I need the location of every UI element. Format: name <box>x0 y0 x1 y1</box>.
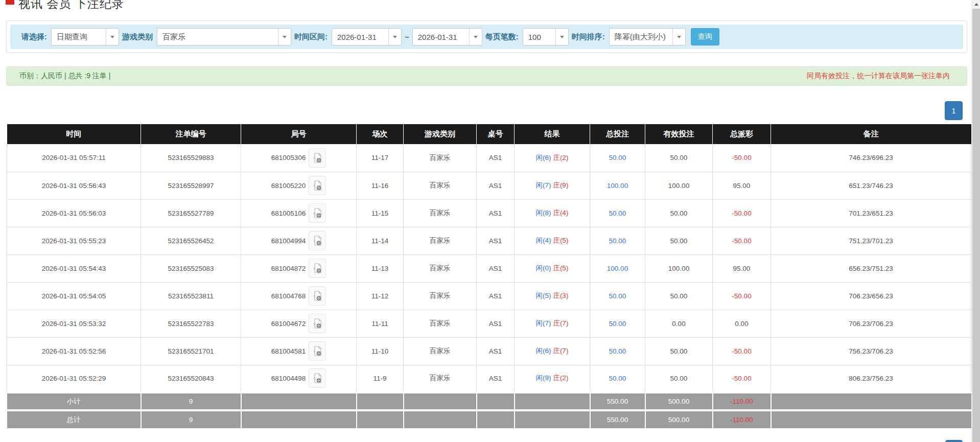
time-sort-label: 时间排序: <box>572 32 605 42</box>
cell-bet-id: 523165521701 <box>141 337 241 365</box>
game-category-select[interactable]: 百家乐 <box>157 28 291 45</box>
page-title: 视讯 会员 下注纪录 <box>18 0 124 12</box>
total-count: 9 <box>141 410 241 428</box>
cell-game: 百家乐 <box>404 310 477 337</box>
header-payout: 总派彩 <box>713 124 771 144</box>
video-file-icon <box>312 180 322 191</box>
chevron-down-icon[interactable] <box>388 29 401 45</box>
banker-result: 庄(5) <box>553 237 568 244</box>
scrollbar-thumb[interactable] <box>972 9 980 442</box>
cell-time: 2026-01-31 05:56:03 <box>7 199 141 227</box>
cell-table: AS1 <box>477 172 515 199</box>
cell-round: 681004994 <box>241 227 357 254</box>
subtotal-total-bet: 550.00 <box>590 392 645 410</box>
subtotal-valid-bet: 500.00 <box>645 392 713 410</box>
video-replay-button[interactable] <box>309 148 326 168</box>
chevron-down-icon[interactable] <box>555 29 568 45</box>
cell-valid-bet: 50.00 <box>645 199 713 227</box>
cell-note: 651.23/746.23 <box>771 172 971 199</box>
cell-total-bet: 50.00 <box>590 227 645 254</box>
query-type-select[interactable]: 日期查询 <box>51 28 119 45</box>
cell-valid-bet: 50.00 <box>645 365 713 392</box>
video-file-icon <box>312 207 322 219</box>
cell-table: AS1 <box>477 337 515 365</box>
cell-valid-bet: 50.00 <box>645 282 713 310</box>
table-row: 2026-01-31 05:52:29 523165520843 6810044… <box>7 365 971 392</box>
total-label: 总计 <box>7 410 141 428</box>
cell-payout: -50.00 <box>713 199 771 227</box>
cell-table: AS1 <box>477 310 515 337</box>
player-result: 闲(7) <box>536 181 551 189</box>
summary-bar: 币别：人民币 | 总共 :9 注单 | 同局有效投注，统一计算在该局第一张注单内 <box>6 66 967 86</box>
cell-total-bet: 50.00 <box>590 310 645 337</box>
scroll-up-icon[interactable] <box>972 0 980 9</box>
video-replay-button[interactable] <box>309 176 326 195</box>
total-payout: -110.00 <box>713 410 771 428</box>
player-result: 闲(0) <box>536 264 551 272</box>
cell-result: 闲(7) 庄(7) <box>515 310 590 337</box>
video-file-icon <box>312 290 322 301</box>
cell-result: 闲(9) 庄(2) <box>515 365 590 392</box>
range-separator: ~ <box>405 33 409 41</box>
cell-game: 百家乐 <box>404 144 477 172</box>
total-valid-bet: 500.00 <box>645 410 713 428</box>
page-number-button[interactable]: 1 <box>945 101 963 120</box>
cell-session: 11-17 <box>357 144 404 172</box>
video-file-icon <box>312 263 322 274</box>
video-replay-button[interactable] <box>309 368 326 388</box>
cell-time: 2026-01-31 05:57:11 <box>7 144 141 172</box>
query-type-value: 日期查询 <box>52 29 106 45</box>
page-number-button-bottom[interactable] <box>945 440 963 442</box>
video-file-icon <box>312 235 322 246</box>
cell-table: AS1 <box>477 199 515 227</box>
round-number: 681004498 <box>271 375 306 382</box>
cell-time: 2026-01-31 05:54:05 <box>7 282 141 310</box>
table-row: 2026-01-31 05:53:32 523165522783 6810046… <box>7 310 971 337</box>
cell-round: 681004872 <box>241 254 357 282</box>
video-replay-button[interactable] <box>309 259 326 278</box>
player-result: 闲(9) <box>536 374 551 382</box>
round-number: 681004994 <box>271 237 306 245</box>
cell-game: 百家乐 <box>404 337 477 365</box>
page-size-select[interactable]: 100 <box>523 28 569 45</box>
page-size-label: 每页笔数: <box>485 32 519 42</box>
cell-valid-bet: 100.00 <box>645 254 713 282</box>
chevron-down-icon[interactable] <box>278 29 291 45</box>
video-replay-button[interactable] <box>309 341 326 361</box>
video-replay-button[interactable] <box>309 286 326 306</box>
cell-time: 2026-01-31 05:56:43 <box>7 172 141 199</box>
subtotal-count: 9 <box>141 392 241 410</box>
table-row: 2026-01-31 05:52:56 523165521701 6810045… <box>7 337 971 365</box>
search-button[interactable]: 查询 <box>691 28 719 45</box>
cell-session: 11-15 <box>357 199 404 227</box>
chevron-down-icon[interactable] <box>469 29 482 45</box>
round-number: 681004672 <box>271 320 306 328</box>
cell-session: 11-12 <box>357 282 404 310</box>
date-from-picker[interactable]: 2026-01-31 <box>332 28 402 45</box>
header-note: 备注 <box>771 124 971 144</box>
banker-result: 庄(7) <box>553 319 568 327</box>
cell-round: 681005306 <box>241 144 357 172</box>
cell-bet-id: 523165528997 <box>141 172 241 199</box>
video-replay-button[interactable] <box>309 314 326 333</box>
cell-round: 681005220 <box>241 172 357 199</box>
time-sort-select[interactable]: 降幂(由大到小) <box>609 28 686 45</box>
cell-note: 701.23/651.23 <box>771 199 971 227</box>
video-replay-button[interactable] <box>309 203 326 223</box>
banker-result: 庄(5) <box>553 264 568 272</box>
cell-result: 闲(8) 庄(4) <box>515 199 590 227</box>
banker-result: 庄(2) <box>553 374 568 382</box>
player-result: 闲(8) <box>536 209 551 217</box>
video-replay-button[interactable] <box>309 231 326 250</box>
cell-total-bet: 50.00 <box>590 282 645 310</box>
video-file-icon <box>312 318 322 329</box>
chevron-down-icon[interactable] <box>672 29 685 45</box>
cell-payout: 95.00 <box>713 254 771 282</box>
cell-note: 751.23/701.23 <box>771 227 971 254</box>
chevron-down-icon[interactable] <box>106 29 119 45</box>
cell-bet-id: 523165522783 <box>141 310 241 337</box>
cell-payout: -50.00 <box>713 227 771 254</box>
date-to-picker[interactable]: 2026-01-31 <box>412 28 482 45</box>
subtotal-row: 小计 9 550.00 500.00 -110.00 <box>7 392 971 410</box>
vertical-scrollbar[interactable] <box>971 0 980 442</box>
